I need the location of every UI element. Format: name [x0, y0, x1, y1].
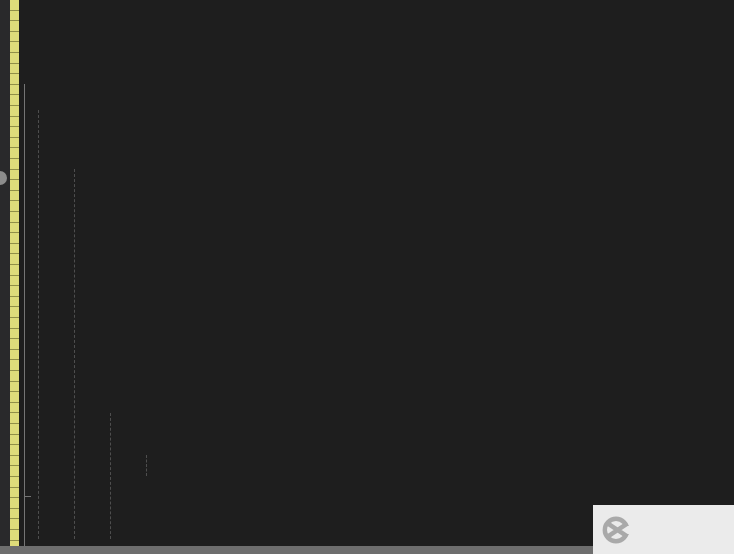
watermark — [593, 505, 734, 554]
chuangxin-logo-icon — [600, 514, 632, 546]
code-editor-area[interactable] — [0, 0, 734, 546]
